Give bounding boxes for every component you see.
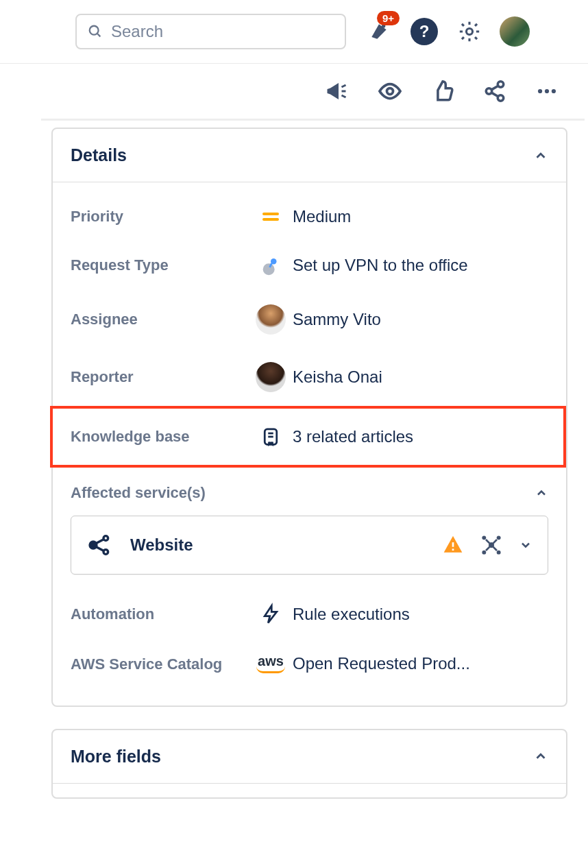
vote-button[interactable] — [431, 79, 454, 104]
svg-marker-34 — [265, 606, 277, 623]
svg-point-7 — [498, 95, 504, 101]
service-card[interactable]: Website — [71, 516, 548, 575]
watch-button[interactable] — [378, 79, 402, 104]
svg-point-0 — [90, 26, 99, 35]
book-icon — [254, 426, 287, 447]
network-icon[interactable] — [480, 534, 502, 556]
details-panel: Details Priority Medium Request Type Set… — [51, 128, 567, 707]
svg-point-13 — [263, 263, 275, 275]
svg-point-10 — [538, 89, 542, 93]
lightning-icon — [254, 602, 287, 627]
priority-label: Priority — [71, 208, 249, 226]
search-input[interactable] — [111, 22, 334, 41]
svg-rect-24 — [452, 548, 454, 551]
knowledge-base-label: Knowledge base — [71, 428, 249, 446]
field-request-type[interactable]: Request Type Set up VPN to the office — [53, 240, 566, 291]
svg-line-30 — [486, 540, 489, 543]
service-name: Website — [130, 535, 426, 555]
field-knowledge-base[interactable]: Knowledge base 3 related articles — [53, 409, 548, 465]
reporter-value: Keisha Onai — [293, 367, 548, 387]
request-type-value: Set up VPN to the office — [293, 256, 548, 275]
thumbs-up-icon — [431, 80, 454, 103]
aws-label: AWS Service Catalog — [71, 654, 249, 675]
chevron-down-icon[interactable] — [519, 538, 532, 552]
more-actions-button[interactable] — [535, 79, 559, 104]
notification-badge: 9+ — [377, 11, 400, 25]
warning-icon[interactable] — [442, 534, 464, 556]
svg-point-12 — [552, 89, 556, 93]
svg-line-9 — [491, 93, 498, 97]
reporter-avatar — [254, 362, 287, 392]
chevron-up-icon — [533, 148, 548, 163]
svg-line-31 — [493, 540, 497, 543]
svg-point-27 — [497, 535, 501, 540]
details-header[interactable]: Details — [53, 129, 566, 182]
chevron-up-icon — [533, 749, 548, 764]
svg-point-20 — [103, 550, 108, 555]
eye-icon — [378, 79, 402, 104]
automation-label: Automation — [71, 605, 249, 623]
reporter-label: Reporter — [71, 368, 249, 386]
knowledge-base-highlight: Knowledge base 3 related articles — [50, 406, 566, 468]
vpn-icon — [254, 254, 287, 277]
field-aws-catalog[interactable]: AWS Service Catalog aws Open Requested P… — [53, 640, 566, 689]
field-reporter[interactable]: Reporter Keisha Onai — [53, 348, 566, 406]
priority-medium-icon — [254, 213, 287, 221]
help-icon: ? — [411, 18, 438, 45]
knowledge-base-value: 3 related articles — [293, 427, 530, 446]
svg-point-5 — [498, 82, 504, 88]
svg-point-18 — [90, 542, 97, 548]
notifications-button[interactable]: 9+ — [363, 15, 395, 48]
svg-point-3 — [466, 28, 472, 34]
topbar: 9+ ? — [0, 0, 588, 64]
feedback-button[interactable] — [324, 79, 349, 104]
share-icon — [483, 80, 506, 103]
svg-point-4 — [387, 88, 393, 95]
svg-point-19 — [103, 536, 108, 541]
details-title: Details — [71, 145, 127, 165]
search-box[interactable] — [75, 14, 346, 49]
svg-point-11 — [545, 89, 549, 93]
svg-point-26 — [482, 535, 486, 540]
svg-line-1 — [97, 34, 101, 37]
priority-value: Medium — [293, 207, 548, 226]
gear-icon — [458, 20, 481, 43]
share-button[interactable] — [483, 79, 506, 104]
svg-line-8 — [491, 86, 498, 90]
svg-point-29 — [497, 551, 501, 555]
help-button[interactable]: ? — [408, 15, 441, 48]
svg-line-32 — [486, 547, 489, 551]
more-fields-header[interactable]: More fields — [53, 730, 566, 784]
settings-button[interactable] — [453, 15, 486, 48]
svg-rect-23 — [452, 542, 454, 547]
service-graph-icon — [86, 531, 114, 559]
svg-point-6 — [486, 88, 492, 95]
profile-avatar[interactable] — [498, 15, 531, 48]
details-body: Priority Medium Request Type Set up VPN … — [53, 182, 566, 706]
chevron-up-icon — [535, 486, 548, 500]
svg-point-28 — [482, 551, 486, 555]
megaphone-icon — [324, 79, 349, 104]
assignee-value: Sammy Vito — [293, 310, 548, 329]
dots-icon — [535, 80, 559, 103]
search-icon — [88, 24, 103, 39]
svg-line-22 — [96, 547, 103, 551]
affected-services-label: Affected service(s) — [71, 484, 206, 502]
aws-value: Open Requested Prod... — [293, 654, 548, 673]
assignee-label: Assignee — [71, 311, 249, 328]
svg-line-33 — [493, 547, 497, 551]
automation-value: Rule executions — [293, 605, 548, 624]
more-fields-title: More fields — [71, 747, 161, 767]
svg-line-21 — [96, 540, 103, 544]
avatar-icon — [500, 16, 530, 47]
assignee-avatar — [254, 304, 287, 335]
field-assignee[interactable]: Assignee Sammy Vito — [53, 291, 566, 348]
action-bar — [41, 64, 585, 121]
aws-icon: aws — [254, 654, 287, 673]
affected-services-header[interactable]: Affected service(s) — [53, 468, 566, 509]
more-fields-panel: More fields — [51, 729, 567, 799]
request-type-label: Request Type — [71, 256, 249, 274]
field-priority[interactable]: Priority Medium — [53, 193, 566, 240]
field-automation[interactable]: Automation Rule executions — [53, 581, 566, 640]
